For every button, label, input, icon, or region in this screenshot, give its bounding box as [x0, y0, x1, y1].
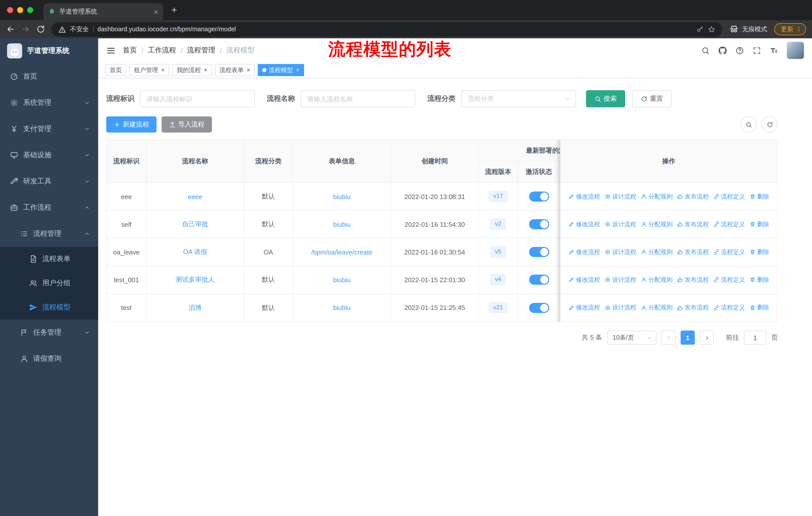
action-publish-link[interactable]: 发布流程	[677, 275, 709, 284]
zoom-window-button[interactable]	[27, 7, 33, 13]
action-design-link[interactable]: 设计流程	[605, 275, 636, 284]
action-definition-link[interactable]: 流程定义	[713, 275, 745, 284]
model-name-input[interactable]	[300, 90, 415, 107]
action-definition-link[interactable]: 流程定义	[713, 192, 745, 201]
form-info-link[interactable]: biubiu	[333, 276, 350, 283]
action-design-link[interactable]: 设计流程	[605, 192, 636, 201]
tags-view-item-1[interactable]: 租户管理×	[129, 64, 169, 76]
action-design-link[interactable]: 设计流程	[605, 220, 636, 228]
address-bar[interactable]: 不安全 dashboard.yudao.iocoder.cn/bpm/manag…	[51, 22, 722, 36]
sidebar-item-process-manage[interactable]: 流程管理	[0, 221, 98, 247]
sidebar-item-payment[interactable]: 支付管理	[0, 116, 98, 142]
active-toggle[interactable]	[529, 303, 549, 313]
page-size-select[interactable]: 10条/页	[607, 331, 657, 345]
import-model-button[interactable]: 导入流程	[162, 116, 212, 133]
action-delete-link[interactable]: 删除	[750, 220, 769, 228]
action-definition-link[interactable]: 流程定义	[713, 303, 745, 312]
sidebar-item-home[interactable]: 首页	[0, 63, 98, 90]
action-definition-link[interactable]: 流程定义	[713, 248, 745, 256]
close-window-button[interactable]	[7, 7, 13, 13]
form-info-link[interactable]: biubiu	[333, 304, 350, 311]
forward-button[interactable]	[21, 25, 30, 34]
action-delete-link[interactable]: 删除	[750, 303, 769, 312]
minimize-window-button[interactable]	[17, 7, 23, 13]
browser-tab[interactable]: 芋道管理系统 ×	[43, 3, 163, 20]
bookmark-star-icon[interactable]	[708, 25, 715, 33]
breadcrumb-item[interactable]: 首页	[123, 46, 137, 55]
help-icon[interactable]	[735, 46, 744, 55]
breadcrumb-item[interactable]: 流程管理	[187, 46, 215, 55]
breadcrumb-item[interactable]: 工作流程	[148, 46, 176, 55]
active-toggle[interactable]	[529, 247, 549, 257]
model-name-link[interactable]: 滔博	[188, 303, 202, 312]
action-modify-link[interactable]: 修改流程	[568, 192, 600, 201]
action-publish-link[interactable]: 发布流程	[677, 303, 709, 312]
sidebar-item-process-form[interactable]: 流程表单	[0, 247, 98, 271]
toggle-search-button[interactable]	[741, 116, 757, 133]
sidebar-item-devtools[interactable]: 研发工具	[0, 168, 98, 194]
action-design-link[interactable]: 设计流程	[605, 248, 636, 256]
action-modify-link[interactable]: 修改流程	[568, 303, 600, 312]
action-publish-link[interactable]: 发布流程	[677, 220, 709, 228]
update-button[interactable]: 更新	[774, 23, 806, 35]
active-toggle[interactable]	[529, 275, 549, 285]
reset-button[interactable]: 重置	[632, 90, 671, 107]
action-design-link[interactable]: 设计流程	[605, 303, 636, 312]
action-publish-link[interactable]: 发布流程	[677, 248, 709, 256]
back-button[interactable]	[6, 25, 15, 34]
tags-view-item-3[interactable]: 流程表单×	[215, 64, 255, 76]
close-icon[interactable]: ×	[204, 67, 207, 73]
create-model-button[interactable]: 新建流程	[106, 116, 156, 133]
header-search-icon[interactable]	[701, 46, 710, 55]
search-button[interactable]: 搜索	[586, 90, 625, 107]
sidebar-item-system[interactable]: 系统管理	[0, 90, 98, 116]
action-assign-rule-link[interactable]: 分配规则	[641, 220, 672, 228]
refresh-table-button[interactable]	[762, 116, 778, 133]
sidebar-item-infrastructure[interactable]: 基础设施	[0, 142, 98, 168]
action-modify-link[interactable]: 修改流程	[568, 275, 600, 284]
model-name-link[interactable]: OA 请假	[183, 247, 207, 256]
action-modify-link[interactable]: 修改流程	[568, 220, 600, 228]
fullscreen-icon[interactable]	[753, 46, 761, 55]
active-toggle[interactable]	[529, 219, 549, 229]
action-assign-rule-link[interactable]: 分配规则	[641, 275, 672, 284]
form-info-link[interactable]: biubiu	[333, 220, 350, 228]
action-publish-link[interactable]: 发布流程	[677, 192, 709, 201]
close-icon[interactable]: ×	[247, 67, 250, 73]
sidebar-item-process-model[interactable]: 流程模型	[0, 295, 98, 320]
action-assign-rule-link[interactable]: 分配规则	[641, 303, 672, 312]
reload-button[interactable]	[36, 25, 45, 34]
user-avatar[interactable]	[787, 42, 804, 59]
tags-view-item-4[interactable]: 流程模型×	[258, 64, 304, 76]
browser-menu-icon[interactable]	[796, 26, 802, 32]
password-key-icon[interactable]	[696, 25, 704, 33]
sidebar-item-task-manage[interactable]: 任务管理	[0, 320, 98, 346]
goto-page-input[interactable]	[744, 331, 766, 345]
action-delete-link[interactable]: 删除	[750, 192, 769, 201]
sidebar-collapse-button[interactable]	[106, 46, 116, 55]
font-size-icon[interactable]	[770, 46, 778, 55]
new-tab-button[interactable]: +	[167, 3, 181, 17]
action-assign-rule-link[interactable]: 分配规则	[641, 248, 672, 256]
form-info-link[interactable]: /bpm/oa/leave/create	[311, 248, 373, 256]
next-page-button[interactable]	[700, 331, 714, 345]
action-assign-rule-link[interactable]: 分配规则	[641, 192, 672, 201]
model-name-link[interactable]: eeee	[188, 193, 202, 200]
page-number-1[interactable]: 1	[680, 331, 695, 345]
close-icon[interactable]: ×	[161, 67, 165, 73]
tab-close-icon[interactable]: ×	[153, 8, 158, 16]
action-modify-link[interactable]: 修改流程	[568, 248, 600, 256]
action-delete-link[interactable]: 删除	[750, 248, 769, 256]
app-logo[interactable]: 芋道管理系统	[0, 38, 98, 63]
security-label[interactable]: 不安全	[70, 25, 89, 33]
tags-view-item-0[interactable]: 首页	[105, 64, 126, 76]
sidebar-item-workflow[interactable]: 工作流程	[0, 194, 98, 221]
model-id-input[interactable]	[140, 90, 255, 107]
category-select[interactable]: 流程分类	[461, 90, 576, 107]
action-delete-link[interactable]: 删除	[750, 275, 769, 284]
close-icon[interactable]: ×	[296, 67, 299, 73]
github-icon[interactable]	[718, 46, 727, 55]
sidebar-item-user-group[interactable]: 用户分组	[0, 271, 98, 295]
form-info-link[interactable]: biubiu	[333, 193, 350, 200]
prev-page-button[interactable]	[662, 331, 675, 345]
